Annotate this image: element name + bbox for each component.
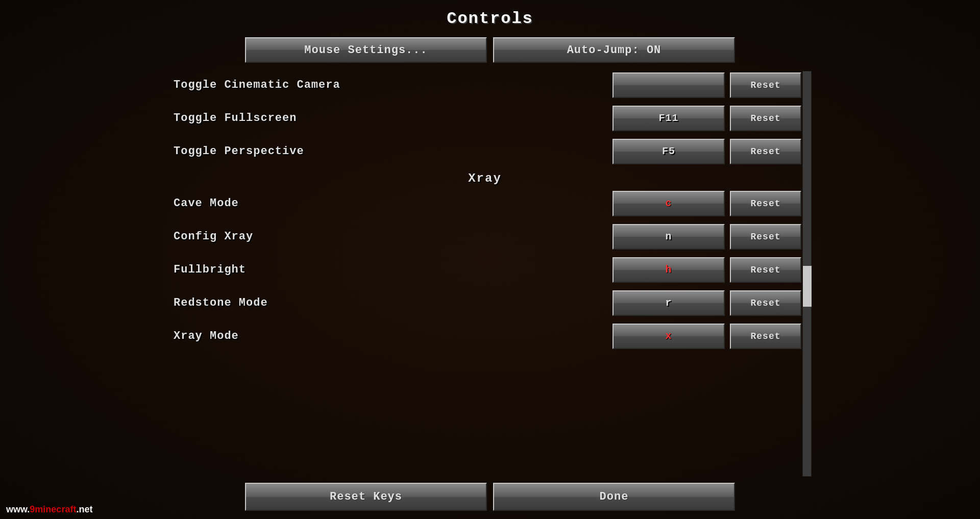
reset-button-cinematic[interactable]: Reset	[730, 72, 801, 98]
setting-label-config-xray: Config Xray	[168, 230, 612, 243]
setting-row-perspective: Toggle Perspective F5 Reset	[168, 137, 801, 165]
setting-label-cave-mode: Cave Mode	[168, 197, 612, 210]
setting-label-cinematic: Toggle Cinematic Camera	[168, 79, 612, 91]
xray-section-header: Xray	[168, 171, 801, 185]
content-wrapper: Toggle Cinematic Camera Reset Toggle Ful…	[168, 71, 812, 477]
setting-label-fullbright: Fullbright	[168, 263, 612, 276]
setting-label-redstone-mode: Redstone Mode	[168, 296, 612, 309]
mouse-settings-button[interactable]: Mouse Settings...	[245, 37, 487, 63]
scrollbar-track[interactable]	[802, 71, 812, 477]
reset-button-cave-mode[interactable]: Reset	[730, 191, 801, 216]
watermark-brand: 9minecraft	[30, 504, 76, 514]
setting-row-config-xray: Config Xray n Reset	[168, 223, 801, 251]
key-button-perspective[interactable]: F5	[612, 139, 725, 164]
setting-row-cave-mode: Cave Mode c Reset	[168, 189, 801, 217]
key-button-fullscreen[interactable]: F11	[612, 106, 725, 131]
reset-button-fullscreen[interactable]: Reset	[730, 106, 801, 131]
setting-row-fullscreen: Toggle Fullscreen F11 Reset	[168, 104, 801, 132]
key-button-config-xray[interactable]: n	[612, 224, 725, 250]
key-button-cinematic[interactable]	[612, 72, 725, 98]
setting-label-perspective: Toggle Perspective	[168, 145, 612, 158]
reset-button-xray-mode[interactable]: Reset	[730, 324, 801, 349]
setting-row-fullbright: Fullbright h Reset	[168, 256, 801, 284]
watermark-prefix: www.	[6, 504, 30, 514]
key-button-fullbright[interactable]: h	[612, 257, 725, 283]
reset-keys-button[interactable]: Reset Keys	[245, 483, 487, 511]
setting-row-cinematic: Toggle Cinematic Camera Reset	[168, 71, 801, 99]
key-button-redstone-mode[interactable]: r	[612, 290, 725, 316]
key-button-xray-mode[interactable]: x	[612, 324, 725, 349]
settings-list: Toggle Cinematic Camera Reset Toggle Ful…	[168, 71, 812, 350]
setting-row-redstone-mode: Redstone Mode r Reset	[168, 289, 801, 317]
key-value-fullbright: h	[665, 264, 672, 276]
reset-button-perspective[interactable]: Reset	[730, 139, 801, 164]
setting-row-xray-mode: Xray Mode x Reset	[168, 322, 801, 350]
setting-label-xray-mode: Xray Mode	[168, 330, 612, 342]
top-buttons-row: Mouse Settings... Auto-Jump: ON	[245, 37, 735, 63]
bottom-buttons-row: Reset Keys Done	[245, 483, 735, 511]
key-value-xray-mode: x	[665, 330, 672, 342]
setting-label-fullscreen: Toggle Fullscreen	[168, 112, 612, 125]
reset-button-redstone-mode[interactable]: Reset	[730, 290, 801, 316]
watermark-suffix: .net	[76, 504, 92, 514]
watermark: www.9minecraft.net	[6, 504, 92, 515]
key-value-cave-mode: c	[665, 197, 672, 209]
page-title: Controls	[447, 9, 533, 28]
scrollbar-thumb[interactable]	[803, 266, 812, 307]
reset-button-config-xray[interactable]: Reset	[730, 224, 801, 250]
auto-jump-button[interactable]: Auto-Jump: ON	[493, 37, 735, 63]
reset-button-fullbright[interactable]: Reset	[730, 257, 801, 283]
key-button-cave-mode[interactable]: c	[612, 191, 725, 216]
done-button[interactable]: Done	[493, 483, 735, 511]
